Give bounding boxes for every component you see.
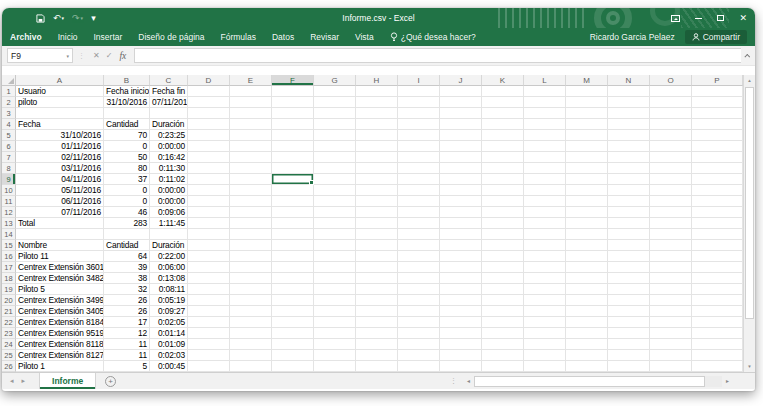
cell-N24[interactable] (608, 339, 650, 350)
cell-D4[interactable] (188, 119, 230, 130)
cell-N22[interactable] (608, 317, 650, 328)
cell-C8[interactable]: 0:11:30 (150, 163, 188, 174)
cell-N4[interactable] (608, 119, 650, 130)
menu-tab-datos[interactable]: Datos (272, 32, 294, 42)
cell-L19[interactable] (524, 284, 566, 295)
cell-I21[interactable] (398, 306, 440, 317)
cell-G4[interactable] (314, 119, 356, 130)
cell-A16[interactable]: Piloto 11 (16, 251, 104, 262)
cell-D18[interactable] (188, 273, 230, 284)
cell-K14[interactable] (482, 229, 524, 240)
cell-O16[interactable] (650, 251, 692, 262)
cell-K23[interactable] (482, 328, 524, 339)
cell-F8[interactable] (272, 163, 314, 174)
cell-K3[interactable] (482, 108, 524, 119)
cell-D3[interactable] (188, 108, 230, 119)
cell-N5[interactable] (608, 130, 650, 141)
cell-G15[interactable] (314, 240, 356, 251)
user-name[interactable]: Ricardo Garcia Pelaez (590, 32, 675, 42)
cell-C5[interactable]: 0:23:25 (150, 130, 188, 141)
cell-J22[interactable] (440, 317, 482, 328)
cell-F14[interactable] (272, 229, 314, 240)
close-icon[interactable]: ✕ (739, 8, 747, 28)
cell-B8[interactable]: 80 (104, 163, 150, 174)
cell-P1[interactable] (692, 86, 743, 97)
cell-H4[interactable] (356, 119, 398, 130)
cell-K6[interactable] (482, 141, 524, 152)
cell-F20[interactable] (272, 295, 314, 306)
cell-A13[interactable]: Total (16, 218, 104, 229)
cell-N3[interactable] (608, 108, 650, 119)
cell-H12[interactable] (356, 207, 398, 218)
cell-H3[interactable] (356, 108, 398, 119)
cell-D21[interactable] (188, 306, 230, 317)
cell-B22[interactable]: 17 (104, 317, 150, 328)
cell-J3[interactable] (440, 108, 482, 119)
cell-F3[interactable] (272, 108, 314, 119)
cell-B1[interactable]: Fecha inicio (104, 86, 150, 97)
cell-H19[interactable] (356, 284, 398, 295)
cell-A22[interactable]: Centrex Extensión 8184 (16, 317, 104, 328)
cell-M11[interactable] (566, 196, 608, 207)
cell-H8[interactable] (356, 163, 398, 174)
row-header-12[interactable]: 12 (2, 207, 16, 218)
cell-B14[interactable] (104, 229, 150, 240)
cell-C6[interactable]: 0:00:00 (150, 141, 188, 152)
cell-P24[interactable] (692, 339, 743, 350)
cell-E25[interactable] (230, 350, 272, 361)
column-header-A[interactable]: A (16, 75, 104, 86)
column-header-O[interactable]: O (650, 75, 692, 86)
cell-F26[interactable] (272, 361, 314, 372)
cell-D23[interactable] (188, 328, 230, 339)
row-header-20[interactable]: 20 (2, 295, 16, 306)
cell-P4[interactable] (692, 119, 743, 130)
cell-F6[interactable] (272, 141, 314, 152)
cell-G20[interactable] (314, 295, 356, 306)
cell-B20[interactable]: 26 (104, 295, 150, 306)
cell-P15[interactable] (692, 240, 743, 251)
cell-L18[interactable] (524, 273, 566, 284)
column-header-M[interactable]: M (566, 75, 608, 86)
cell-A8[interactable]: 03/11/2016 (16, 163, 104, 174)
cell-F22[interactable] (272, 317, 314, 328)
row-header-19[interactable]: 19 (2, 284, 16, 295)
cell-J23[interactable] (440, 328, 482, 339)
cell-N14[interactable] (608, 229, 650, 240)
cell-M18[interactable] (566, 273, 608, 284)
cell-K4[interactable] (482, 119, 524, 130)
cell-E5[interactable] (230, 130, 272, 141)
cell-L8[interactable] (524, 163, 566, 174)
cell-O23[interactable] (650, 328, 692, 339)
cell-O3[interactable] (650, 108, 692, 119)
cell-F16[interactable] (272, 251, 314, 262)
cell-M8[interactable] (566, 163, 608, 174)
cell-P13[interactable] (692, 218, 743, 229)
cell-C22[interactable]: 0:02:05 (150, 317, 188, 328)
ribbon-display-options-icon[interactable] (671, 15, 680, 22)
cell-F11[interactable] (272, 196, 314, 207)
save-icon[interactable] (36, 14, 45, 23)
cell-E18[interactable] (230, 273, 272, 284)
column-header-H[interactable]: H (356, 75, 398, 86)
menu-tab-revisar[interactable]: Revisar (310, 32, 339, 42)
cell-K1[interactable] (482, 86, 524, 97)
cell-J15[interactable] (440, 240, 482, 251)
restore-icon[interactable] (717, 15, 724, 21)
cell-C23[interactable]: 0:01:14 (150, 328, 188, 339)
column-header-G[interactable]: G (314, 75, 356, 86)
cell-M1[interactable] (566, 86, 608, 97)
cell-H10[interactable] (356, 185, 398, 196)
cell-D5[interactable] (188, 130, 230, 141)
cell-J5[interactable] (440, 130, 482, 141)
cell-L4[interactable] (524, 119, 566, 130)
cell-L12[interactable] (524, 207, 566, 218)
row-header-18[interactable]: 18 (2, 273, 16, 284)
cell-J4[interactable] (440, 119, 482, 130)
cell-D8[interactable] (188, 163, 230, 174)
cell-P16[interactable] (692, 251, 743, 262)
cell-K17[interactable] (482, 262, 524, 273)
cell-N19[interactable] (608, 284, 650, 295)
cell-I14[interactable] (398, 229, 440, 240)
cell-C25[interactable]: 0:02:03 (150, 350, 188, 361)
cell-F10[interactable] (272, 185, 314, 196)
